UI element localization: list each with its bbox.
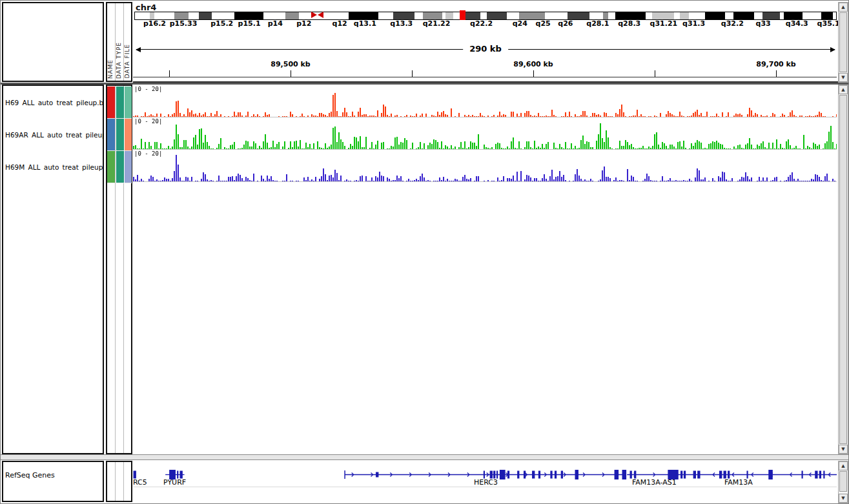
cytoband xyxy=(652,12,674,19)
cytoband-label: q35.1 xyxy=(817,19,840,28)
coverage-track-row[interactable]: |0 - 20| xyxy=(133,85,837,117)
vertical-scrollbar[interactable]: ▲▼ xyxy=(838,85,848,454)
cytoband xyxy=(349,12,378,19)
gene-exon xyxy=(493,471,495,479)
track-color-cell[interactable] xyxy=(125,151,132,183)
data-track-area[interactable]: |0 - 20||0 - 20||0 - 20| xyxy=(133,85,838,454)
gene-exon xyxy=(697,471,700,479)
track-color-cell[interactable] xyxy=(125,86,132,119)
coverage-track-canvas[interactable] xyxy=(133,85,837,117)
cytoband xyxy=(414,12,423,19)
scroll-up-button[interactable]: ▲ xyxy=(839,3,848,12)
cytoband xyxy=(150,12,155,19)
axis-tick xyxy=(655,70,655,77)
gene-label: FAM13A-AS1 xyxy=(632,478,677,487)
cytoband-label: q12 xyxy=(332,19,347,28)
cytoband xyxy=(519,12,545,19)
track-name-label[interactable]: H69_ALL_auto_treat_pileup.bdg xyxy=(5,99,103,106)
gene-exon xyxy=(538,471,540,479)
gene-exon xyxy=(575,470,578,479)
cytoband-label: q34.3 xyxy=(786,19,808,28)
gene-label: FAM13A xyxy=(724,478,753,487)
gene-exon xyxy=(615,470,619,479)
cytoband xyxy=(603,12,608,19)
span-ruler[interactable]: 290 kb xyxy=(136,49,835,50)
gene-exon xyxy=(634,471,636,479)
cytoband-label: p14 xyxy=(268,19,283,28)
track-color-cell[interactable] xyxy=(125,119,132,151)
gene-exon xyxy=(484,471,485,479)
panel-splitter[interactable] xyxy=(1,454,849,460)
cytoband xyxy=(453,12,460,19)
cytoband xyxy=(545,12,568,19)
scrollbar-thumb[interactable] xyxy=(839,471,847,492)
coordinate-axis[interactable]: 89,500 kb89,600 kb89,700 kb xyxy=(133,60,837,81)
gene-exon xyxy=(630,471,632,479)
cytoband-label: q31.21 xyxy=(650,19,678,28)
refseq-metadata-panel xyxy=(106,461,132,502)
vertical-scrollbar[interactable]: ▲▼ xyxy=(838,461,848,503)
cytoband xyxy=(299,12,311,19)
track-color-cell[interactable] xyxy=(116,119,124,151)
cytoband xyxy=(189,12,199,19)
gene-exon xyxy=(802,471,803,479)
cytoband xyxy=(285,12,299,19)
coordinate-label: 89,700 kb xyxy=(756,60,795,68)
centromere-right-triangle xyxy=(318,12,323,18)
track-name-label[interactable]: H69AR_ALL_auto_treat_pileup.bdg xyxy=(5,131,103,139)
cytoband xyxy=(135,12,150,19)
track-color-cell[interactable] xyxy=(107,151,115,183)
gene-exon xyxy=(693,471,696,479)
gene-exon xyxy=(680,471,682,479)
scroll-down-button[interactable]: ▼ xyxy=(839,73,848,82)
cytoband xyxy=(784,12,803,19)
scrollbar-thumb[interactable] xyxy=(839,12,847,72)
coordinate-label: 89,500 kb xyxy=(271,60,310,68)
gene-exon xyxy=(490,471,493,479)
scroll-down-button[interactable]: ▼ xyxy=(839,494,848,503)
gene-exon xyxy=(622,470,627,479)
axis-tick xyxy=(776,70,777,77)
coverage-track-row[interactable]: |0 - 20| xyxy=(133,150,837,182)
coordinate-label: 89,600 kb xyxy=(513,60,553,68)
scrollbar-thumb[interactable] xyxy=(839,95,847,444)
column-divider xyxy=(123,462,124,501)
cytoband-label: q28.3 xyxy=(618,19,640,28)
coverage-track-row[interactable]: |0 - 20| xyxy=(133,117,837,150)
cytoband-label: p15.1 xyxy=(238,19,261,28)
track-name-label[interactable]: H69M_ALL_auto_treat_pileup.bdg xyxy=(5,163,103,171)
track-range-label: |0 - 20| xyxy=(134,150,162,157)
right-arrowhead-icon xyxy=(830,47,835,52)
column-header-name: NAME xyxy=(107,59,116,79)
cytoband-label: p15.2 xyxy=(210,19,233,28)
vertical-scrollbar[interactable]: ▲▼ xyxy=(838,2,848,83)
gene-exon xyxy=(179,471,182,479)
coverage-track-canvas[interactable] xyxy=(133,150,837,182)
track-color-cell[interactable] xyxy=(116,151,124,183)
gene-label: RC5 xyxy=(133,478,147,487)
cytoband-label: q32.2 xyxy=(721,19,744,28)
chromosome-name: chr4 xyxy=(136,3,156,12)
cytoband xyxy=(833,12,836,19)
scroll-up-button[interactable]: ▲ xyxy=(839,461,848,470)
scroll-up-button[interactable]: ▲ xyxy=(839,85,848,94)
cytoband xyxy=(487,12,506,19)
axis-tick xyxy=(533,70,534,77)
track-color-cell[interactable] xyxy=(107,119,115,151)
track-color-cell[interactable] xyxy=(107,86,115,119)
track-range-label: |0 - 20| xyxy=(134,118,162,125)
cytoband-label: q24 xyxy=(513,19,527,28)
cytoband xyxy=(445,12,453,19)
cytoband xyxy=(821,12,832,19)
gene-label: HERC3 xyxy=(474,478,498,487)
coverage-track-canvas[interactable] xyxy=(133,117,837,150)
gene-exon xyxy=(507,471,509,479)
track-color-cell[interactable] xyxy=(116,86,124,119)
cytoband xyxy=(646,12,653,19)
refseq-track-area[interactable]: RC5PYURFHERC3FAM13A-AS1FAM13A xyxy=(133,460,838,503)
scroll-down-button[interactable]: ▼ xyxy=(839,445,848,454)
cytoband-label: p12 xyxy=(296,19,311,28)
gene-exon xyxy=(134,471,136,479)
cytoband xyxy=(480,12,487,19)
cytoband-label: q33 xyxy=(756,19,771,28)
